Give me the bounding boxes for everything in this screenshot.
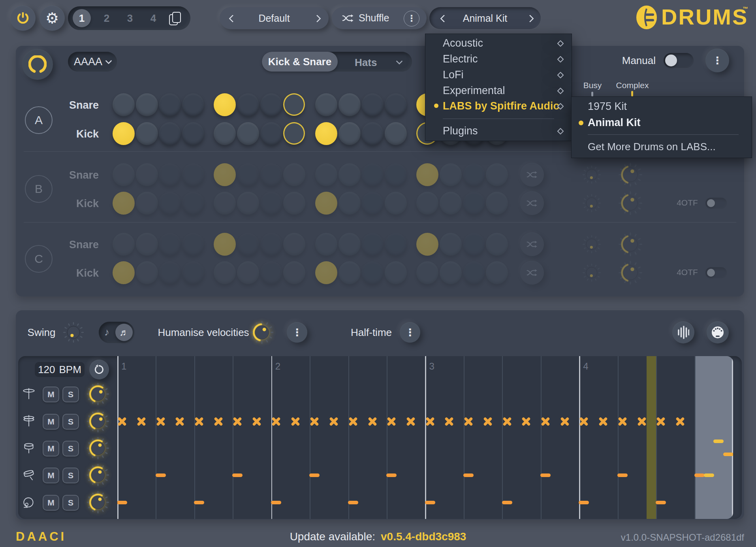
hihat-note-x[interactable]: [406, 417, 415, 426]
intensity-knob[interactable]: [619, 261, 642, 286]
intensity-knob[interactable]: [619, 191, 642, 217]
hihat-note-x[interactable]: [638, 417, 646, 426]
preset-label[interactable]: Default: [258, 13, 290, 24]
note-dash[interactable]: [232, 473, 243, 477]
step-circle[interactable]: [440, 233, 462, 256]
step-circle[interactable]: [339, 192, 361, 215]
step-circle[interactable]: [237, 233, 259, 256]
note-dash[interactable]: [656, 501, 666, 504]
shuffle-options-button[interactable]: ⋮: [404, 11, 419, 26]
hihat-note-x[interactable]: [310, 417, 319, 426]
amount-knob[interactable]: [583, 166, 601, 185]
step-circle[interactable]: [136, 192, 158, 215]
menu-item-experimental[interactable]: Experimental: [443, 85, 505, 97]
track-level-knob[interactable]: [87, 491, 109, 515]
tab-hats[interactable]: Hats: [355, 57, 377, 69]
step-circle[interactable]: [361, 233, 384, 256]
step-circle[interactable]: [385, 122, 407, 145]
submenu-item-animal-kit[interactable]: Animal Kit: [588, 117, 641, 129]
step-circle[interactable]: [463, 233, 485, 256]
track-level-knob[interactable]: [87, 437, 109, 461]
step-circle[interactable]: [237, 93, 259, 116]
note-dash[interactable]: [156, 473, 166, 477]
velocity-view-button[interactable]: [672, 321, 694, 343]
step-circle[interactable]: [260, 233, 282, 256]
reset-bpm-button[interactable]: [89, 360, 109, 379]
step-circle[interactable]: [260, 261, 282, 284]
step-circle[interactable]: [385, 163, 407, 186]
step-circle[interactable]: [416, 163, 438, 186]
step-circle[interactable]: [260, 122, 282, 145]
step-circle[interactable]: [182, 93, 204, 116]
otf-toggle[interactable]: [705, 198, 727, 209]
note-dash[interactable]: [117, 501, 127, 504]
step-circle[interactable]: [385, 93, 407, 116]
step-circle[interactable]: [283, 261, 305, 284]
hihat-note-x[interactable]: [349, 417, 357, 426]
step-circle[interactable]: [182, 122, 204, 145]
step-circle[interactable]: [159, 261, 181, 284]
hihat-note-x[interactable]: [464, 417, 473, 426]
complex-slider-tick[interactable]: [631, 91, 633, 96]
step-circle[interactable]: [416, 192, 438, 215]
update-version-link[interactable]: v0.5.4-dbd3c983: [381, 530, 466, 543]
mute-button[interactable]: M: [43, 414, 59, 430]
track-level-knob[interactable]: [87, 383, 109, 407]
step-circle[interactable]: [214, 122, 236, 145]
step-circle[interactable]: [214, 93, 236, 116]
step-circle[interactable]: [416, 261, 438, 284]
step-circle[interactable]: [385, 192, 407, 215]
step-circle[interactable]: [159, 93, 181, 116]
step-circle[interactable]: [339, 93, 361, 116]
step-circle[interactable]: [440, 261, 462, 284]
hats-chevron-icon[interactable]: [396, 58, 403, 65]
hihat-note-x[interactable]: [541, 417, 550, 426]
solo-button[interactable]: S: [62, 387, 79, 402]
swing-knob[interactable]: [63, 322, 84, 344]
step-circle[interactable]: [315, 192, 337, 215]
midi-button[interactable]: [707, 321, 729, 343]
step-circle[interactable]: [440, 163, 462, 186]
step-circle[interactable]: [339, 122, 361, 145]
step-circle[interactable]: [260, 163, 282, 186]
power-button[interactable]: [10, 6, 36, 31]
copy-pattern-button[interactable]: [169, 12, 182, 25]
hihat-note-x[interactable]: [156, 417, 165, 426]
step-circle[interactable]: [361, 122, 384, 145]
hihat-note-x[interactable]: [137, 417, 146, 426]
step-circle[interactable]: [339, 163, 361, 186]
submenu-item-get-more[interactable]: Get More Drums on LABS...: [588, 141, 716, 153]
step-circle[interactable]: [136, 261, 158, 284]
menu-item-plugins[interactable]: Plugins: [443, 125, 478, 137]
step-circle[interactable]: [237, 122, 259, 145]
step-circle[interactable]: [182, 261, 204, 284]
step-circle[interactable]: [113, 93, 135, 116]
step-circle[interactable]: [486, 233, 508, 256]
menu-item-lofi[interactable]: LoFi: [443, 69, 464, 81]
step-circle[interactable]: [159, 192, 181, 215]
hihat-note-x[interactable]: [175, 417, 184, 426]
note-dash[interactable]: [348, 501, 358, 504]
note-dash[interactable]: [463, 473, 474, 477]
sixteenth-note-button[interactable]: ♬: [115, 324, 133, 341]
step-circle[interactable]: [486, 261, 508, 284]
solo-button[interactable]: S: [62, 468, 79, 483]
hihat-note-x[interactable]: [195, 417, 203, 426]
note-dash[interactable]: [271, 501, 281, 504]
hihat-note-x[interactable]: [483, 417, 492, 426]
solo-button[interactable]: S: [62, 414, 79, 430]
step-circle[interactable]: [315, 93, 337, 116]
note-dash[interactable]: [723, 453, 733, 456]
step-circle[interactable]: [237, 163, 259, 186]
step-circle[interactable]: [361, 261, 384, 284]
hihat-note-x[interactable]: [387, 417, 396, 426]
pattern-slot-3[interactable]: 3: [121, 9, 139, 27]
amount-knob[interactable]: [583, 194, 601, 214]
step-circle[interactable]: [339, 261, 361, 284]
note-dash[interactable]: [713, 439, 724, 443]
hihat-note-x[interactable]: [599, 417, 607, 426]
hihat-note-x[interactable]: [560, 417, 569, 426]
mute-button[interactable]: M: [43, 495, 59, 511]
step-circle[interactable]: [182, 192, 204, 215]
step-circle[interactable]: [486, 192, 508, 215]
